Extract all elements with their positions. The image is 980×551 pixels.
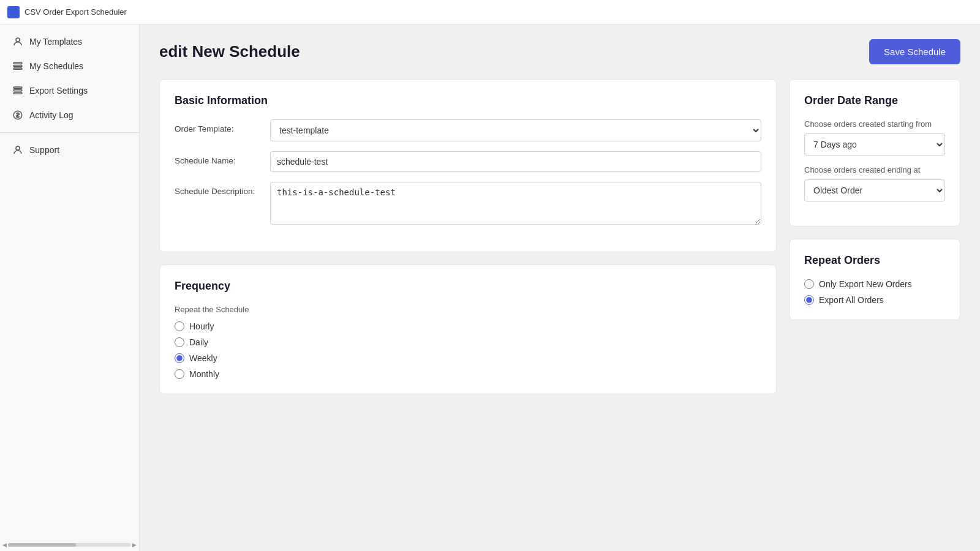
- cards-right: Order Date Range Choose orders created s…: [789, 79, 960, 320]
- frequency-title: Frequency: [175, 280, 761, 293]
- page-title: edit New Schedule: [159, 42, 300, 61]
- svg-rect-5: [13, 90, 22, 91]
- repeat-option-only-new[interactable]: Only Export New Orders: [804, 279, 945, 289]
- list-icon-schedules: [12, 61, 23, 72]
- repeat-label-all-orders: Export All Orders: [819, 295, 884, 305]
- order-template-control: test-template template-1 template-2: [270, 119, 761, 141]
- cards-left: Basic Information Order Template: test-t…: [159, 79, 777, 394]
- main-layout: My Templates My Schedules Export Setting…: [0, 24, 980, 551]
- schedule-desc-control: this-is-a-schedule-test: [270, 182, 761, 227]
- repeat-orders-title: Repeat Orders: [804, 254, 945, 267]
- sidebar-item-support[interactable]: Support: [2, 138, 137, 162]
- frequency-option-hourly[interactable]: Hourly: [175, 321, 761, 331]
- frequency-option-monthly[interactable]: Monthly: [175, 369, 761, 379]
- person-support-icon: [12, 144, 23, 156]
- page-header: edit New Schedule Save Schedule: [159, 39, 960, 64]
- svg-point-0: [16, 38, 20, 42]
- top-bar: CSV Order Export Scheduler: [0, 0, 980, 24]
- frequency-label-monthly: Monthly: [189, 369, 219, 379]
- svg-point-8: [16, 146, 20, 150]
- save-schedule-button[interactable]: Save Schedule: [869, 39, 960, 64]
- start-label: Choose orders created starting from: [804, 119, 945, 129]
- frequency-label-weekly: Weekly: [189, 353, 217, 363]
- scrollbar-right-arrow[interactable]: ▶: [132, 542, 137, 548]
- content-area: edit New Schedule Save Schedule Basic In…: [140, 24, 980, 551]
- schedule-name-control: [270, 151, 761, 172]
- repeat-option-all-orders[interactable]: Export All Orders: [804, 295, 945, 305]
- sidebar-item-activity-log[interactable]: Activity Log: [2, 103, 137, 127]
- start-date-select[interactable]: 7 Days ago 14 Days ago 30 Days ago 60 Da…: [804, 133, 945, 156]
- end-date-select[interactable]: Oldest Order Newest Order Today: [804, 179, 945, 201]
- svg-rect-2: [13, 66, 22, 67]
- frequency-option-daily[interactable]: Daily: [175, 337, 761, 347]
- sidebar-divider: [0, 132, 139, 133]
- app-icon: [7, 6, 20, 18]
- scrollbar-track: [8, 543, 131, 547]
- scrollbar-thumb[interactable]: [8, 543, 76, 547]
- sidebar-label-support: Support: [29, 145, 59, 155]
- frequency-radio-daily[interactable]: [175, 337, 184, 347]
- repeat-label-only-new: Only Export New Orders: [819, 279, 912, 289]
- schedule-name-label: Schedule Name:: [175, 151, 260, 165]
- svg-rect-1: [13, 62, 22, 64]
- frequency-radio-weekly[interactable]: [175, 353, 184, 363]
- order-template-label: Order Template:: [175, 119, 260, 133]
- end-label: Choose orders created ending at: [804, 165, 945, 174]
- sidebar-item-export-settings[interactable]: Export Settings: [2, 79, 137, 102]
- repeat-orders-card: Repeat Orders Only Export New Orders Exp…: [789, 239, 960, 320]
- scrollbar-left-arrow[interactable]: ◀: [2, 542, 7, 548]
- schedule-name-row: Schedule Name:: [175, 151, 761, 172]
- circle-dollar-icon: [12, 110, 23, 121]
- svg-rect-4: [13, 87, 22, 88]
- sidebar-item-my-templates[interactable]: My Templates: [2, 30, 137, 53]
- schedule-desc-label: Schedule Description:: [175, 182, 260, 196]
- cards-layout: Basic Information Order Template: test-t…: [159, 79, 960, 394]
- schedule-desc-textarea[interactable]: this-is-a-schedule-test: [270, 182, 761, 225]
- sidebar-label-export-settings: Export Settings: [29, 86, 88, 96]
- repeat-radio-only-new[interactable]: [804, 279, 814, 289]
- sidebar-label-activity-log: Activity Log: [29, 110, 74, 120]
- order-template-row: Order Template: test-template template-1…: [175, 119, 761, 141]
- frequency-radio-hourly[interactable]: [175, 321, 184, 331]
- frequency-label-hourly: Hourly: [189, 321, 214, 331]
- frequency-option-weekly[interactable]: Weekly: [175, 353, 761, 363]
- frequency-subtitle: Repeat the Schedule: [175, 305, 761, 314]
- schedule-name-input[interactable]: [270, 151, 761, 172]
- sidebar-item-my-schedules[interactable]: My Schedules: [2, 54, 137, 78]
- frequency-radio-monthly[interactable]: [175, 369, 184, 379]
- app-title: CSV Order Export Scheduler: [24, 7, 127, 17]
- sidebar: My Templates My Schedules Export Setting…: [0, 24, 140, 551]
- svg-rect-3: [13, 68, 22, 69]
- sidebar-label-my-schedules: My Schedules: [29, 61, 83, 71]
- svg-rect-6: [13, 92, 22, 94]
- frequency-card: Frequency Repeat the Schedule Hourly Dai…: [159, 264, 777, 394]
- basic-info-card: Basic Information Order Template: test-t…: [159, 79, 777, 252]
- person-icon: [12, 36, 23, 47]
- order-date-range-title: Order Date Range: [804, 94, 945, 107]
- order-date-range-card: Order Date Range Choose orders created s…: [789, 79, 960, 227]
- repeat-radio-all-orders[interactable]: [804, 295, 814, 305]
- frequency-label-daily: Daily: [189, 337, 208, 347]
- frequency-radio-group: Hourly Daily Weekly Monthly: [175, 321, 761, 379]
- sidebar-label-my-templates: My Templates: [29, 37, 82, 47]
- repeat-orders-radio-group: Only Export New Orders Export All Orders: [804, 279, 945, 305]
- schedule-desc-row: Schedule Description: this-is-a-schedule…: [175, 182, 761, 227]
- order-template-select[interactable]: test-template template-1 template-2: [270, 119, 761, 141]
- list-icon-export: [12, 85, 23, 96]
- basic-info-title: Basic Information: [175, 94, 761, 107]
